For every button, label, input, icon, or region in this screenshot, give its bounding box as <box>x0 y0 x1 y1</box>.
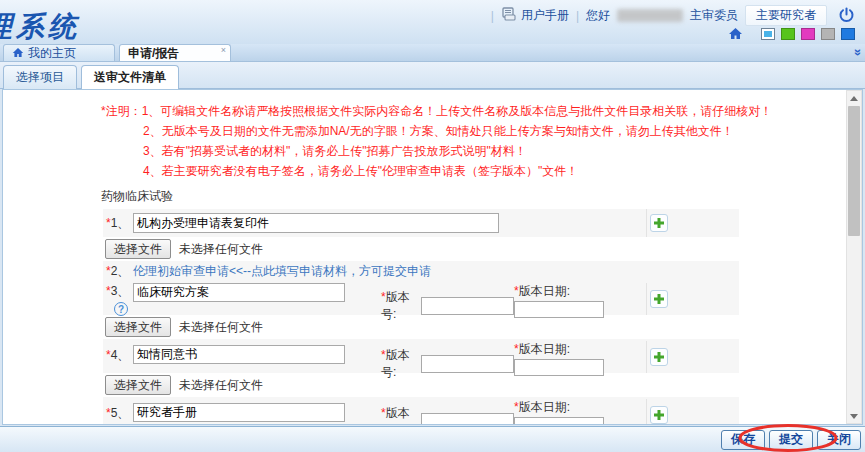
user-manual-link[interactable]: 用户手册 <box>501 7 569 24</box>
role-researcher[interactable]: 主要研究者 <box>745 5 827 26</box>
field-4-version-input[interactable] <box>421 355 514 373</box>
field-5-number: *5、 <box>103 399 133 422</box>
field-3-plus-cell <box>646 283 739 315</box>
field-5-plus-cell <box>646 399 739 425</box>
section-title: 药物临床试验 <box>101 188 862 205</box>
choose-file-button[interactable]: 选择文件 <box>105 317 171 337</box>
tab-close-icon[interactable]: × <box>221 45 226 55</box>
form-panel: *注明：1、可编辑文件名称请严格按照根据文件实际内容命名！上传文件名称及版本信息… <box>2 89 863 425</box>
footer-bar: 保存 提交 关闭 <box>0 426 865 452</box>
plus-icon <box>653 293 665 305</box>
tab-file-list-label: 送审文件清单 <box>94 69 166 86</box>
field-5-name-cell <box>133 399 381 422</box>
field-4-name-input[interactable] <box>133 345 345 364</box>
scrollbar-thumb[interactable] <box>848 106 860 236</box>
ethics-initial-application-link[interactable]: 伦理初始审查申请<<--点此填写申请材料，方可提交申请 <box>133 263 431 280</box>
version-date-label: *版本日期: <box>514 341 624 358</box>
table-row-field-1: *1、 <box>103 209 739 237</box>
user-manual-label: 用户手册 <box>521 7 569 24</box>
theme-swatch-darkblue[interactable] <box>841 28 855 40</box>
add-row-button[interactable] <box>650 290 668 308</box>
collapse-chevron-icon[interactable]: « <box>850 49 863 56</box>
tab-my-homepage-label: 我的主页 <box>28 45 76 62</box>
header: 理系统 | 用户手册 | 您好 主审委员 主要研究者 <box>0 0 865 44</box>
no-file-label: 未选择任何文件 <box>179 377 263 394</box>
field-4-name-cell <box>133 341 381 364</box>
field-4-plus-cell <box>646 341 739 373</box>
home-tab-icon <box>12 47 24 59</box>
save-button[interactable]: 保存 <box>721 430 765 450</box>
main-tab-bar: 我的主页 申请/报告 × « <box>0 44 865 62</box>
theme-swatch-gray[interactable] <box>821 28 835 40</box>
field-1-number: *1、 <box>103 215 133 232</box>
no-file-label: 未选择任何文件 <box>179 241 263 258</box>
theme-swatch-magenta[interactable] <box>801 28 815 40</box>
add-row-button[interactable] <box>650 348 668 366</box>
app-logo: 理系统 <box>0 8 130 44</box>
field-3-version-cell: *版本号: <box>381 283 514 323</box>
scroll-down-arrow[interactable] <box>847 410 861 422</box>
file-table: *1、 选择文件 未选择任何文件 *2、 伦理初始审查申请<<--点此填写申请材… <box>103 209 739 425</box>
submit-button[interactable]: 提交 <box>769 430 813 450</box>
table-row-field-4: *4、 *版本号: *版本日期: <box>103 339 739 373</box>
tab-select-project[interactable]: 选择项目 <box>3 65 77 89</box>
field-4-date-input[interactable] <box>514 359 604 376</box>
table-row-field-3: *3、 ? *版本号: *版本日期: <box>103 281 739 315</box>
field-4-version-cell: *版本号: <box>381 341 514 381</box>
field-3-name-input[interactable] <box>133 283 345 302</box>
field-4-number: *4、 <box>103 341 133 364</box>
table-row-field-2: *2、 伦理初始审查申请<<--点此填写申请材料，方可提交申请 <box>103 261 739 281</box>
version-label: *版本号: <box>381 347 418 381</box>
tab-my-homepage[interactable]: 我的主页 <box>3 44 115 61</box>
vertical-scrollbar[interactable] <box>846 90 862 424</box>
field-5-date-input[interactable] <box>514 417 604 425</box>
field-3-version-input[interactable] <box>421 297 514 315</box>
field-1-name-input[interactable] <box>133 213 499 233</box>
divider: | <box>491 9 494 23</box>
field-2-number: *2、 <box>103 263 133 280</box>
version-label: *版本号: <box>381 405 418 425</box>
notice-line-3: 3、若有"招募受试者的材料"，请务必上传"招募广告投放形式说明"材料！ <box>101 141 862 161</box>
notice-line-2: 2、无版本号及日期的文件无需添加NA/无的字眼！方案、知情处只能上传方案与知情文… <box>101 121 862 141</box>
help-icon[interactable]: ? <box>114 302 128 316</box>
add-row-button[interactable] <box>650 214 668 232</box>
plus-icon <box>653 217 665 229</box>
app-logo-text: 理系统 <box>0 8 130 44</box>
sub-tab-bar: 选择项目 送审文件清单 <box>0 62 865 89</box>
choose-file-button[interactable]: 选择文件 <box>105 239 171 259</box>
file-upload-row-1: 选择文件 未选择任何文件 <box>103 237 739 261</box>
notice-line-4: 4、若主要研究者没有电子签名，请务必上传"伦理审查申请表（签字版本）"文件！ <box>101 161 862 181</box>
tab-file-list[interactable]: 送审文件清单 <box>81 65 179 89</box>
field-3-date-input[interactable] <box>514 301 604 318</box>
home-icon[interactable] <box>728 27 743 41</box>
scroll-up-arrow[interactable] <box>847 92 861 104</box>
notice-line-1: *注明：1、可编辑文件名称请严格按照根据文件实际内容命名！上传文件名称及版本信息… <box>101 101 862 121</box>
table-row-field-5: *5、 *版本号: *版本日期: <box>103 397 739 425</box>
choose-file-button[interactable]: 选择文件 <box>105 375 171 395</box>
greeting-label: 您好 <box>586 7 610 24</box>
field-5-version-cell: *版本号: <box>381 399 514 425</box>
close-button[interactable]: 关闭 <box>817 430 861 450</box>
add-row-button[interactable] <box>650 406 668 424</box>
role-reviewer[interactable]: 主审委员 <box>690 7 738 24</box>
field-3-date-cell: *版本日期: <box>514 283 624 318</box>
field-3-number: *3、 ? <box>103 283 133 316</box>
field-3-name-cell <box>133 283 381 302</box>
header-quick-bar <box>728 27 855 41</box>
tab-application-report-label: 申请/报告 <box>128 45 179 62</box>
field-5-name-input[interactable] <box>133 403 345 422</box>
field-4-date-cell: *版本日期: <box>514 341 624 376</box>
version-label: *版本号: <box>381 289 418 323</box>
version-date-label: *版本日期: <box>514 399 624 416</box>
field-5-date-cell: *版本日期: <box>514 399 624 425</box>
no-file-label: 未选择任何文件 <box>179 319 263 336</box>
theme-swatch-green[interactable] <box>781 28 795 40</box>
theme-swatch-blue-selected[interactable] <box>761 28 775 40</box>
field-5-version-input[interactable] <box>421 413 514 425</box>
field-1-plus-cell <box>646 209 739 237</box>
tab-application-report[interactable]: 申请/报告 × <box>119 44 231 61</box>
tab-select-project-label: 选择项目 <box>16 69 64 86</box>
notice-block: *注明：1、可编辑文件名称请严格按照根据文件实际内容命名！上传文件名称及版本信息… <box>101 101 862 181</box>
logout-power-icon[interactable] <box>838 7 855 24</box>
header-user-bar: | 用户手册 | 您好 主审委员 主要研究者 <box>491 5 855 26</box>
